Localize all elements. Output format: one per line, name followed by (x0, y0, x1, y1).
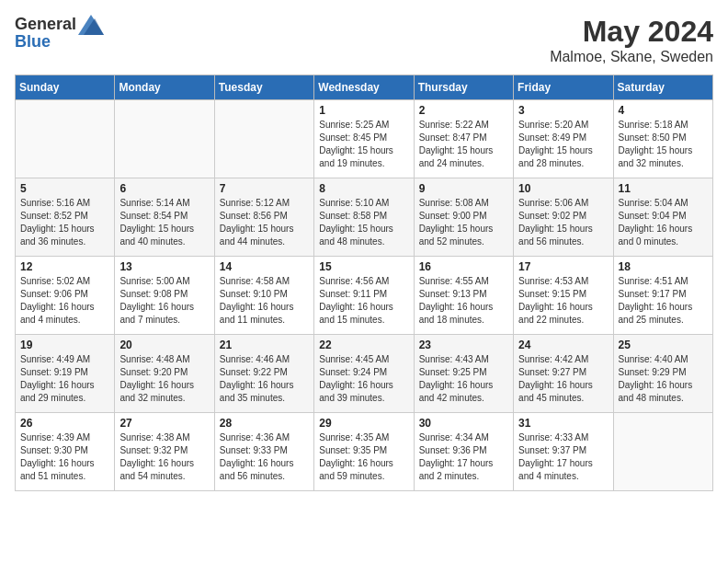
day-info: Sunrise: 5:18 AM Sunset: 8:50 PM Dayligh… (619, 119, 708, 170)
day-info: Sunrise: 4:51 AM Sunset: 9:17 PM Dayligh… (619, 275, 708, 327)
logo-general: General (15, 16, 76, 34)
day-number: 11 (619, 182, 708, 195)
day-info: Sunrise: 5:22 AM Sunset: 8:47 PM Dayligh… (419, 119, 508, 170)
day-number: 25 (619, 339, 708, 351)
calendar-cell: 5Sunrise: 5:16 AM Sunset: 8:52 PM Daylig… (16, 178, 115, 257)
day-info: Sunrise: 4:49 AM Sunset: 9:19 PM Dayligh… (20, 353, 109, 405)
weekday-header: Sunday (16, 75, 115, 100)
calendar-cell: 19Sunrise: 4:49 AM Sunset: 9:19 PM Dayli… (16, 335, 115, 413)
day-info: Sunrise: 4:34 AM Sunset: 9:36 PM Dayligh… (419, 431, 508, 483)
day-info: Sunrise: 4:39 AM Sunset: 9:30 PM Dayligh… (20, 431, 109, 483)
weekday-header-row: SundayMondayTuesdayWednesdayThursdayFrid… (16, 75, 713, 100)
day-number: 5 (20, 182, 109, 195)
calendar-cell (214, 100, 313, 178)
day-number: 14 (220, 260, 309, 273)
calendar-cell (16, 100, 115, 178)
calendar-cell: 29Sunrise: 4:35 AM Sunset: 9:35 PM Dayli… (314, 413, 414, 491)
day-number: 18 (619, 260, 708, 273)
day-number: 16 (419, 260, 508, 273)
calendar-week-row: 5Sunrise: 5:16 AM Sunset: 8:52 PM Daylig… (16, 178, 713, 257)
day-number: 17 (518, 260, 608, 273)
calendar-table: SundayMondayTuesdayWednesdayThursdayFrid… (15, 75, 713, 491)
month-title: May 2024 (550, 15, 713, 49)
day-number: 26 (20, 417, 109, 430)
calendar-cell: 20Sunrise: 4:48 AM Sunset: 9:20 PM Dayli… (115, 335, 214, 413)
calendar-cell: 25Sunrise: 4:40 AM Sunset: 9:29 PM Dayli… (613, 335, 712, 413)
calendar-cell: 10Sunrise: 5:06 AM Sunset: 9:02 PM Dayli… (514, 178, 613, 257)
calendar-cell: 6Sunrise: 5:14 AM Sunset: 8:54 PM Daylig… (115, 178, 214, 257)
day-info: Sunrise: 4:45 AM Sunset: 9:24 PM Dayligh… (319, 353, 408, 405)
day-info: Sunrise: 5:00 AM Sunset: 9:08 PM Dayligh… (119, 275, 209, 327)
calendar-week-row: 1Sunrise: 5:25 AM Sunset: 8:45 PM Daylig… (16, 100, 713, 178)
calendar-cell: 2Sunrise: 5:22 AM Sunset: 8:47 PM Daylig… (414, 100, 513, 178)
day-number: 1 (319, 104, 408, 117)
day-number: 22 (319, 339, 408, 351)
day-info: Sunrise: 5:14 AM Sunset: 8:54 PM Dayligh… (119, 197, 209, 248)
calendar-cell: 31Sunrise: 4:33 AM Sunset: 9:37 PM Dayli… (514, 413, 613, 491)
calendar-body: 1Sunrise: 5:25 AM Sunset: 8:45 PM Daylig… (16, 100, 713, 491)
calendar-cell: 18Sunrise: 4:51 AM Sunset: 9:17 PM Dayli… (613, 257, 712, 335)
calendar-cell: 17Sunrise: 4:53 AM Sunset: 9:15 PM Dayli… (514, 257, 613, 335)
day-number: 9 (419, 182, 508, 195)
day-info: Sunrise: 4:58 AM Sunset: 9:10 PM Dayligh… (220, 275, 309, 327)
day-info: Sunrise: 5:08 AM Sunset: 9:00 PM Dayligh… (419, 197, 508, 248)
day-number: 28 (220, 417, 309, 430)
day-number: 8 (319, 182, 408, 195)
day-info: Sunrise: 5:10 AM Sunset: 8:58 PM Dayligh… (319, 197, 408, 248)
day-number: 2 (419, 104, 508, 117)
day-number: 23 (419, 339, 508, 351)
calendar-cell: 26Sunrise: 4:39 AM Sunset: 9:30 PM Dayli… (16, 413, 115, 491)
day-number: 20 (119, 339, 209, 351)
day-number: 6 (119, 182, 209, 195)
day-info: Sunrise: 5:04 AM Sunset: 9:04 PM Dayligh… (619, 197, 708, 248)
title-block: May 2024 Malmoe, Skane, Sweden (550, 15, 713, 65)
day-number: 27 (119, 417, 209, 430)
calendar-week-row: 26Sunrise: 4:39 AM Sunset: 9:30 PM Dayli… (16, 413, 713, 491)
calendar-header: SundayMondayTuesdayWednesdayThursdayFrid… (16, 75, 713, 100)
calendar-cell: 11Sunrise: 5:04 AM Sunset: 9:04 PM Dayli… (613, 178, 712, 257)
calendar-cell: 7Sunrise: 5:12 AM Sunset: 8:56 PM Daylig… (214, 178, 313, 257)
calendar-cell: 16Sunrise: 4:55 AM Sunset: 9:13 PM Dayli… (414, 257, 513, 335)
logo-blue: Blue (15, 33, 102, 52)
weekday-header: Wednesday (314, 75, 414, 100)
calendar-cell: 4Sunrise: 5:18 AM Sunset: 8:50 PM Daylig… (613, 100, 712, 178)
day-number: 12 (20, 260, 109, 273)
weekday-header: Friday (514, 75, 613, 100)
day-number: 19 (20, 339, 109, 351)
calendar-cell: 13Sunrise: 5:00 AM Sunset: 9:08 PM Dayli… (115, 257, 214, 335)
weekday-header: Tuesday (214, 75, 313, 100)
calendar-cell: 8Sunrise: 5:10 AM Sunset: 8:58 PM Daylig… (314, 178, 414, 257)
calendar-cell: 3Sunrise: 5:20 AM Sunset: 8:49 PM Daylig… (514, 100, 613, 178)
calendar-cell: 23Sunrise: 4:43 AM Sunset: 9:25 PM Dayli… (414, 335, 513, 413)
day-info: Sunrise: 4:53 AM Sunset: 9:15 PM Dayligh… (518, 275, 608, 327)
page-header: General Blue May 2024 Malmoe, Skane, Swe… (15, 15, 713, 65)
weekday-header: Saturday (613, 75, 712, 100)
day-number: 24 (518, 339, 608, 351)
day-info: Sunrise: 4:48 AM Sunset: 9:20 PM Dayligh… (119, 353, 209, 405)
day-info: Sunrise: 4:55 AM Sunset: 9:13 PM Dayligh… (419, 275, 508, 327)
day-number: 15 (319, 260, 408, 273)
day-info: Sunrise: 4:35 AM Sunset: 9:35 PM Dayligh… (319, 431, 408, 483)
calendar-cell: 12Sunrise: 5:02 AM Sunset: 9:06 PM Dayli… (16, 257, 115, 335)
logo-icon (78, 15, 104, 35)
day-info: Sunrise: 5:06 AM Sunset: 9:02 PM Dayligh… (518, 197, 608, 248)
calendar-week-row: 12Sunrise: 5:02 AM Sunset: 9:06 PM Dayli… (16, 257, 713, 335)
day-number: 10 (518, 182, 608, 195)
day-info: Sunrise: 4:43 AM Sunset: 9:25 PM Dayligh… (419, 353, 508, 405)
calendar-cell: 15Sunrise: 4:56 AM Sunset: 9:11 PM Dayli… (314, 257, 414, 335)
calendar-cell: 1Sunrise: 5:25 AM Sunset: 8:45 PM Daylig… (314, 100, 414, 178)
calendar-cell: 28Sunrise: 4:36 AM Sunset: 9:33 PM Dayli… (214, 413, 313, 491)
day-info: Sunrise: 5:16 AM Sunset: 8:52 PM Dayligh… (20, 197, 109, 248)
calendar-cell: 22Sunrise: 4:45 AM Sunset: 9:24 PM Dayli… (314, 335, 414, 413)
calendar-cell: 9Sunrise: 5:08 AM Sunset: 9:00 PM Daylig… (414, 178, 513, 257)
day-info: Sunrise: 4:56 AM Sunset: 9:11 PM Dayligh… (319, 275, 408, 327)
weekday-header: Monday (115, 75, 214, 100)
location-title: Malmoe, Skane, Sweden (550, 49, 713, 65)
calendar-cell (115, 100, 214, 178)
day-info: Sunrise: 4:46 AM Sunset: 9:22 PM Dayligh… (220, 353, 309, 405)
day-info: Sunrise: 5:20 AM Sunset: 8:49 PM Dayligh… (518, 119, 608, 170)
calendar-cell: 30Sunrise: 4:34 AM Sunset: 9:36 PM Dayli… (414, 413, 513, 491)
day-number: 29 (319, 417, 408, 430)
day-info: Sunrise: 5:25 AM Sunset: 8:45 PM Dayligh… (319, 119, 408, 170)
day-number: 7 (220, 182, 309, 195)
